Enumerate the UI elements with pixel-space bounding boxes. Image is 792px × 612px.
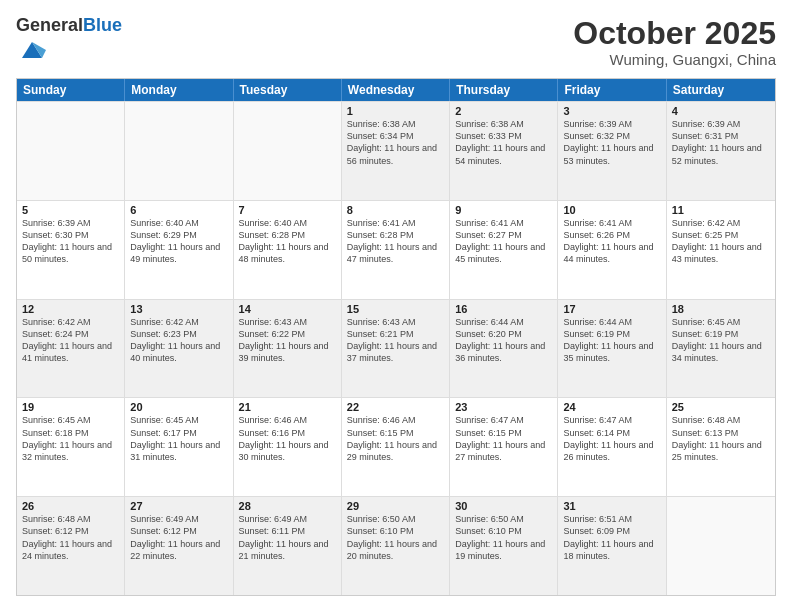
day-number: 11 [672, 204, 770, 216]
day-info: Sunrise: 6:49 AMSunset: 6:12 PMDaylight:… [130, 513, 227, 562]
day-info: Sunrise: 6:39 AMSunset: 6:31 PMDaylight:… [672, 118, 770, 167]
calendar-cell: 14Sunrise: 6:43 AMSunset: 6:22 PMDayligh… [234, 300, 342, 398]
day-number: 14 [239, 303, 336, 315]
calendar-row-3: 19Sunrise: 6:45 AMSunset: 6:18 PMDayligh… [17, 397, 775, 496]
day-number: 8 [347, 204, 444, 216]
calendar-cell: 21Sunrise: 6:46 AMSunset: 6:16 PMDayligh… [234, 398, 342, 496]
calendar-page: GeneralBlue October 2025 Wuming, Guangxi… [0, 0, 792, 612]
day-info: Sunrise: 6:41 AMSunset: 6:28 PMDaylight:… [347, 217, 444, 266]
calendar-cell: 29Sunrise: 6:50 AMSunset: 6:10 PMDayligh… [342, 497, 450, 595]
col-saturday: Saturday [667, 79, 775, 101]
day-info: Sunrise: 6:48 AMSunset: 6:13 PMDaylight:… [672, 414, 770, 463]
logo-icon [18, 36, 46, 64]
calendar-cell: 13Sunrise: 6:42 AMSunset: 6:23 PMDayligh… [125, 300, 233, 398]
logo-general: General [16, 15, 83, 35]
day-info: Sunrise: 6:39 AMSunset: 6:32 PMDaylight:… [563, 118, 660, 167]
calendar-cell [17, 102, 125, 200]
day-info: Sunrise: 6:44 AMSunset: 6:19 PMDaylight:… [563, 316, 660, 365]
calendar-cell: 27Sunrise: 6:49 AMSunset: 6:12 PMDayligh… [125, 497, 233, 595]
day-info: Sunrise: 6:50 AMSunset: 6:10 PMDaylight:… [347, 513, 444, 562]
calendar-cell [125, 102, 233, 200]
calendar-cell: 6Sunrise: 6:40 AMSunset: 6:29 PMDaylight… [125, 201, 233, 299]
day-number: 27 [130, 500, 227, 512]
day-number: 6 [130, 204, 227, 216]
calendar-cell: 26Sunrise: 6:48 AMSunset: 6:12 PMDayligh… [17, 497, 125, 595]
day-info: Sunrise: 6:40 AMSunset: 6:28 PMDaylight:… [239, 217, 336, 266]
day-info: Sunrise: 6:39 AMSunset: 6:30 PMDaylight:… [22, 217, 119, 266]
calendar-cell: 8Sunrise: 6:41 AMSunset: 6:28 PMDaylight… [342, 201, 450, 299]
calendar-row-1: 5Sunrise: 6:39 AMSunset: 6:30 PMDaylight… [17, 200, 775, 299]
calendar-cell [667, 497, 775, 595]
day-number: 4 [672, 105, 770, 117]
calendar-cell: 20Sunrise: 6:45 AMSunset: 6:17 PMDayligh… [125, 398, 233, 496]
location: Wuming, Guangxi, China [573, 51, 776, 68]
month-title: October 2025 [573, 16, 776, 51]
day-number: 10 [563, 204, 660, 216]
day-info: Sunrise: 6:51 AMSunset: 6:09 PMDaylight:… [563, 513, 660, 562]
day-number: 29 [347, 500, 444, 512]
logo: GeneralBlue [16, 16, 122, 68]
calendar-cell: 3Sunrise: 6:39 AMSunset: 6:32 PMDaylight… [558, 102, 666, 200]
col-thursday: Thursday [450, 79, 558, 101]
calendar-cell: 12Sunrise: 6:42 AMSunset: 6:24 PMDayligh… [17, 300, 125, 398]
day-info: Sunrise: 6:50 AMSunset: 6:10 PMDaylight:… [455, 513, 552, 562]
calendar-cell: 5Sunrise: 6:39 AMSunset: 6:30 PMDaylight… [17, 201, 125, 299]
calendar-cell: 22Sunrise: 6:46 AMSunset: 6:15 PMDayligh… [342, 398, 450, 496]
day-number: 3 [563, 105, 660, 117]
day-info: Sunrise: 6:49 AMSunset: 6:11 PMDaylight:… [239, 513, 336, 562]
title-block: October 2025 Wuming, Guangxi, China [573, 16, 776, 68]
calendar-cell: 25Sunrise: 6:48 AMSunset: 6:13 PMDayligh… [667, 398, 775, 496]
day-info: Sunrise: 6:42 AMSunset: 6:25 PMDaylight:… [672, 217, 770, 266]
day-info: Sunrise: 6:38 AMSunset: 6:34 PMDaylight:… [347, 118, 444, 167]
calendar-cell: 28Sunrise: 6:49 AMSunset: 6:11 PMDayligh… [234, 497, 342, 595]
day-info: Sunrise: 6:44 AMSunset: 6:20 PMDaylight:… [455, 316, 552, 365]
day-info: Sunrise: 6:43 AMSunset: 6:22 PMDaylight:… [239, 316, 336, 365]
calendar-body: 1Sunrise: 6:38 AMSunset: 6:34 PMDaylight… [17, 101, 775, 595]
calendar-header-row: Sunday Monday Tuesday Wednesday Thursday… [17, 79, 775, 101]
calendar-cell: 16Sunrise: 6:44 AMSunset: 6:20 PMDayligh… [450, 300, 558, 398]
day-info: Sunrise: 6:41 AMSunset: 6:27 PMDaylight:… [455, 217, 552, 266]
day-number: 28 [239, 500, 336, 512]
day-info: Sunrise: 6:47 AMSunset: 6:15 PMDaylight:… [455, 414, 552, 463]
day-info: Sunrise: 6:41 AMSunset: 6:26 PMDaylight:… [563, 217, 660, 266]
day-number: 19 [22, 401, 119, 413]
day-info: Sunrise: 6:47 AMSunset: 6:14 PMDaylight:… [563, 414, 660, 463]
day-info: Sunrise: 6:46 AMSunset: 6:16 PMDaylight:… [239, 414, 336, 463]
calendar-cell [234, 102, 342, 200]
calendar-cell: 31Sunrise: 6:51 AMSunset: 6:09 PMDayligh… [558, 497, 666, 595]
col-wednesday: Wednesday [342, 79, 450, 101]
calendar-cell: 23Sunrise: 6:47 AMSunset: 6:15 PMDayligh… [450, 398, 558, 496]
calendar-cell: 11Sunrise: 6:42 AMSunset: 6:25 PMDayligh… [667, 201, 775, 299]
day-info: Sunrise: 6:38 AMSunset: 6:33 PMDaylight:… [455, 118, 552, 167]
day-number: 22 [347, 401, 444, 413]
day-number: 21 [239, 401, 336, 413]
calendar-row-0: 1Sunrise: 6:38 AMSunset: 6:34 PMDaylight… [17, 101, 775, 200]
calendar-cell: 4Sunrise: 6:39 AMSunset: 6:31 PMDaylight… [667, 102, 775, 200]
logo-text: GeneralBlue [16, 16, 122, 36]
day-number: 7 [239, 204, 336, 216]
day-info: Sunrise: 6:45 AMSunset: 6:17 PMDaylight:… [130, 414, 227, 463]
day-number: 23 [455, 401, 552, 413]
day-number: 12 [22, 303, 119, 315]
day-number: 9 [455, 204, 552, 216]
day-number: 18 [672, 303, 770, 315]
calendar: Sunday Monday Tuesday Wednesday Thursday… [16, 78, 776, 596]
day-number: 25 [672, 401, 770, 413]
col-monday: Monday [125, 79, 233, 101]
calendar-cell: 1Sunrise: 6:38 AMSunset: 6:34 PMDaylight… [342, 102, 450, 200]
calendar-cell: 19Sunrise: 6:45 AMSunset: 6:18 PMDayligh… [17, 398, 125, 496]
calendar-cell: 30Sunrise: 6:50 AMSunset: 6:10 PMDayligh… [450, 497, 558, 595]
header: GeneralBlue October 2025 Wuming, Guangxi… [16, 16, 776, 68]
day-number: 26 [22, 500, 119, 512]
day-number: 1 [347, 105, 444, 117]
day-info: Sunrise: 6:42 AMSunset: 6:24 PMDaylight:… [22, 316, 119, 365]
day-number: 16 [455, 303, 552, 315]
day-number: 2 [455, 105, 552, 117]
day-number: 5 [22, 204, 119, 216]
day-info: Sunrise: 6:42 AMSunset: 6:23 PMDaylight:… [130, 316, 227, 365]
calendar-cell: 17Sunrise: 6:44 AMSunset: 6:19 PMDayligh… [558, 300, 666, 398]
day-number: 13 [130, 303, 227, 315]
col-friday: Friday [558, 79, 666, 101]
calendar-cell: 7Sunrise: 6:40 AMSunset: 6:28 PMDaylight… [234, 201, 342, 299]
calendar-cell: 9Sunrise: 6:41 AMSunset: 6:27 PMDaylight… [450, 201, 558, 299]
